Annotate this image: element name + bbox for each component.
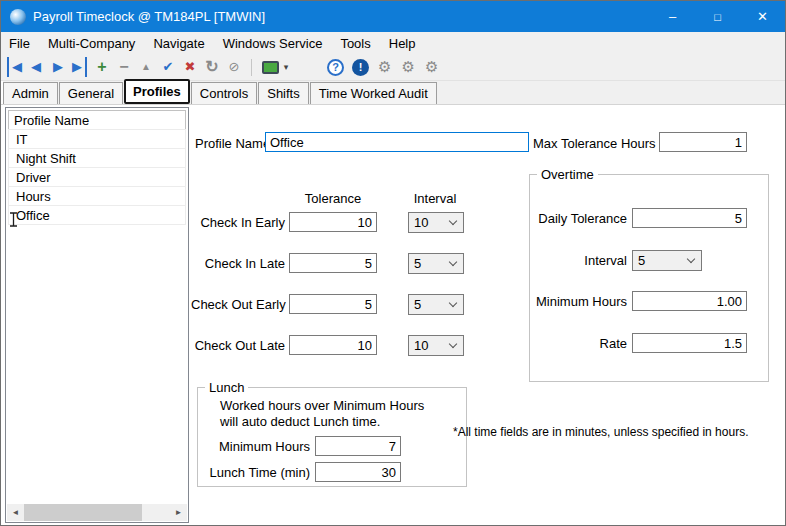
lunch-minimum-hours-label: Minimum Hours (202, 439, 310, 454)
tolerance-column-header: Tolerance (289, 191, 377, 206)
check-in-early-interval-select[interactable]: 10 (408, 212, 464, 233)
combo-value: 10 (409, 338, 450, 353)
ibeam-cursor (9, 212, 18, 230)
tab-time-worked-audit[interactable]: Time Worked Audit (310, 82, 437, 104)
toolbar-separator (251, 59, 252, 76)
menu-bar: File Multi-Company Navigate Windows Serv… (1, 32, 785, 54)
interval-column-header: Interval (401, 191, 469, 206)
service-monitor-icon[interactable] (262, 61, 279, 74)
lunch-group-title: Lunch (205, 380, 248, 395)
check-in-late-interval-select[interactable]: 5 (408, 253, 464, 274)
check-in-early-input[interactable] (289, 212, 377, 232)
next-record-icon[interactable]: ▶ (47, 57, 69, 77)
lunch-time-input[interactable] (315, 462, 401, 482)
menu-tools[interactable]: Tools (331, 32, 379, 54)
help-icon[interactable]: ? (327, 59, 344, 76)
menu-multi-company[interactable]: Multi-Company (39, 32, 144, 54)
window-title: Payroll Timeclock @ TM184PL [TMWIN] (33, 9, 265, 24)
overtime-interval-label: Interval (533, 253, 627, 268)
max-tolerance-hours-input[interactable] (659, 132, 747, 152)
profile-name-input[interactable] (265, 132, 529, 152)
minimize-button[interactable]: – (650, 1, 695, 32)
profile-list-item[interactable]: Office (8, 205, 186, 225)
refresh-icon[interactable]: ↻ (201, 57, 223, 77)
scroll-right-icon[interactable]: ► (170, 504, 187, 521)
overtime-interval-select[interactable]: 5 (632, 250, 702, 271)
tab-general[interactable]: General (59, 82, 123, 104)
combo-value: 5 (409, 297, 450, 312)
overtime-minimum-hours-label: Minimum Hours (533, 294, 627, 309)
check-out-early-input[interactable] (289, 294, 377, 314)
check-out-late-input[interactable] (289, 335, 377, 355)
lunch-description-line1: Worked hours over Minimum Hours (220, 398, 424, 413)
first-record-icon[interactable]: ◀ (7, 57, 25, 77)
profile-list-panel: Profile Name IT Night Shift Driver Hours… (5, 107, 189, 523)
add-record-icon[interactable]: + (91, 57, 113, 77)
time-fields-note: *All time fields are in minutes, unless … (453, 425, 748, 439)
tab-profiles[interactable]: Profiles (124, 79, 190, 104)
check-out-early-interval-select[interactable]: 5 (408, 294, 464, 315)
content-area: Profile Name IT Night Shift Driver Hours… (1, 104, 785, 525)
tab-admin[interactable]: Admin (3, 82, 58, 104)
cancel-icon[interactable]: ✖ (179, 57, 201, 77)
chevron-down-icon (449, 340, 457, 348)
menu-file[interactable]: File (1, 32, 39, 54)
daily-tolerance-input[interactable] (632, 208, 747, 228)
combo-value: 10 (409, 215, 450, 230)
horizontal-scrollbar[interactable]: ◄ ► (7, 504, 187, 521)
overtime-minimum-hours-input[interactable] (632, 291, 747, 311)
close-button[interactable]: ✕ (740, 1, 785, 32)
combo-value: 5 (409, 256, 450, 271)
gear-icon-3[interactable]: ⚙ (425, 58, 438, 76)
check-in-late-label: Check In Late (191, 256, 285, 271)
check-in-late-input[interactable] (289, 253, 377, 273)
menu-windows-service[interactable]: Windows Service (214, 32, 332, 54)
chevron-down-icon (687, 255, 695, 263)
maximize-button[interactable]: □ (695, 1, 740, 32)
chevron-down-icon[interactable]: ▾ (281, 62, 291, 72)
edit-record-icon[interactable]: ▲ (135, 57, 157, 77)
overtime-group: Overtime Daily Tolerance Interval 5 Mini… (529, 174, 769, 382)
lunch-group: Lunch Worked hours over Minimum Hours wi… (197, 387, 467, 487)
chevron-down-icon (449, 217, 457, 225)
window-controls: – □ ✕ (650, 1, 785, 32)
app-window: Payroll Timeclock @ TM184PL [TMWIN] – □ … (0, 0, 786, 526)
tab-shifts[interactable]: Shifts (258, 82, 309, 104)
lunch-description-line2: will auto deduct Lunch time. (220, 414, 380, 429)
profile-list-item[interactable]: IT (8, 129, 186, 149)
lunch-time-label: Lunch Time (min) (202, 465, 310, 480)
check-out-late-interval-select[interactable]: 10 (408, 335, 464, 356)
profile-list-item[interactable]: Night Shift (8, 148, 186, 168)
delete-record-icon[interactable]: − (113, 57, 135, 77)
chevron-down-icon (449, 299, 457, 307)
info-icon[interactable]: ! (352, 59, 369, 76)
scroll-left-icon[interactable]: ◄ (7, 504, 24, 521)
combo-value: 5 (633, 253, 688, 268)
menu-help[interactable]: Help (380, 32, 425, 54)
check-out-early-label: Check Out Early (191, 297, 285, 312)
gear-icon-1[interactable]: ⚙ (378, 58, 391, 76)
save-icon[interactable]: ✔ (157, 57, 179, 77)
max-tolerance-hours-label: Max Tolerance Hours (533, 136, 653, 151)
overtime-rate-input[interactable] (632, 333, 747, 353)
discard-icon[interactable]: ⊘ (223, 57, 245, 77)
overtime-group-title: Overtime (537, 167, 598, 182)
lunch-minimum-hours-input[interactable] (315, 436, 401, 456)
previous-record-icon[interactable]: ◀ (25, 57, 47, 77)
profile-name-label: Profile Name (195, 136, 270, 151)
app-icon (10, 9, 26, 25)
chevron-down-icon (449, 258, 457, 266)
title-bar[interactable]: Payroll Timeclock @ TM184PL [TMWIN] – □ … (1, 1, 785, 32)
last-record-icon[interactable]: ▶ (69, 57, 87, 77)
overtime-rate-label: Rate (533, 336, 627, 351)
check-out-late-label: Check Out Late (191, 338, 285, 353)
profile-list: IT Night Shift Driver Hours Office (8, 129, 186, 225)
profile-list-item[interactable]: Driver (8, 167, 186, 187)
toolbar: ◀ ◀ ▶ ▶ + − ▲ ✔ ✖ ↻ ⊘ ▾ ? ! ⚙ ⚙ ⚙ (1, 54, 785, 81)
tab-strip: Admin General Profiles Controls Shifts T… (3, 81, 785, 104)
gear-icon-2[interactable]: ⚙ (401, 58, 414, 76)
tab-controls[interactable]: Controls (191, 82, 257, 104)
profile-list-item[interactable]: Hours (8, 186, 186, 206)
scrollbar-thumb[interactable] (24, 504, 142, 521)
menu-navigate[interactable]: Navigate (144, 32, 213, 54)
